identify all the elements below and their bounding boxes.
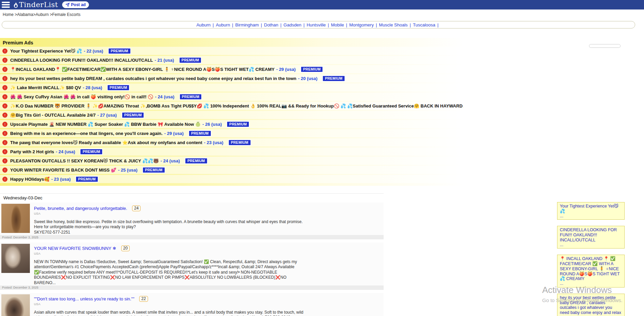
premium-ad-title-link[interactable]: CINDERELLA LOOKING FOR FUN!!! OAKLAND!!!… — [10, 58, 153, 63]
city-link-gadsden[interactable]: Gadsden — [283, 22, 301, 27]
sidebar-ad-box[interactable]: 📍 INCALL OAKLAND 📍 ✅ FACETIME/CAR ✅ WITH… — [557, 255, 625, 288]
premium-ad-title-link[interactable]: 🤗Big Tits Girl - OUTCALL Available 24/7 — [10, 113, 96, 118]
bump-up-icon: ↑ — [2, 131, 7, 136]
floating-scrollbar[interactable] — [589, 44, 621, 48]
sidebar-ad-box[interactable]: hey its your best wettes petite baby DRE… — [557, 294, 625, 316]
brand-name: TinderList — [19, 1, 58, 9]
premium-ad-title-link[interactable]: YOUR WINTER FAVORITE IS BACK DONT MISS 💕 — [10, 167, 116, 173]
city-link-birmingham[interactable]: Birmingham — [235, 22, 259, 27]
premium-ads-heading: Premium Ads — [0, 38, 463, 47]
premium-badge: PREMIUM — [228, 139, 251, 146]
bump-up-icon: ↑ — [2, 167, 7, 173]
post-ad-button[interactable]: Post ad — [62, 1, 89, 8]
listing-title-link[interactable]: YOUR NEW FAVORITE SNOWBUNNY ❄ — [34, 246, 116, 251]
premium-ad-meta: - 22 (usa) — [84, 48, 103, 54]
premium-ads-section: Premium Ads ↑Your Tightest Experience Ye… — [0, 38, 463, 186]
flame-icon — [13, 2, 18, 8]
bump-up-icon: ↑ — [2, 140, 7, 145]
premium-badge: PREMIUM — [142, 167, 165, 173]
premium-ad-row: ↑CINDERELLA LOOKING FOR FUN!!! OAKLAND!!… — [0, 56, 463, 64]
listing-country: USA — [34, 212, 384, 215]
premium-ad-row: ↑Happy HOlidays🥰- 23 (usa)PREMIUM — [0, 175, 463, 183]
premium-badge: PREMIUM — [185, 158, 208, 164]
premium-ad-title-link[interactable]: ✨ Lake Merritt INCALL✨ $80 QV — [10, 85, 81, 90]
bump-up-icon: ↑ — [2, 85, 7, 90]
top-navbar: TinderList Post ad — [0, 0, 644, 9]
premium-ad-row: ↑📍INCALL OAKLAND📍 ✅FACETIME/CAR✅WITH A S… — [0, 65, 463, 73]
city-links-bar: Auburn| Auburn| Birmingham| Dothan| Gads… — [2, 21, 635, 28]
premium-badge: PREMIUM — [179, 57, 202, 63]
premium-ad-meta: - 25 (usa) — [118, 167, 137, 173]
hamburger-menu-icon[interactable] — [2, 2, 10, 8]
premium-ad-title-link[interactable]: Your Tightest Experience Yet😼 💦 — [10, 48, 82, 54]
premium-ad-meta: - 21 (usa) — [155, 58, 174, 63]
listing-country: USA — [34, 252, 384, 255]
sidebar-ad-title[interactable]: CINDERELLA LOOKING FOR FUN!!! OAKLAND!!!… — [560, 228, 622, 242]
premium-ad-title-link[interactable]: hey its your best wettes petite baby DRE… — [10, 76, 296, 81]
bump-up-icon: ↑ — [2, 94, 7, 99]
sidebar-ad-box[interactable]: CINDERELLA LOOKING FOR FUN!!! OAKLAND!!!… — [557, 226, 625, 249]
premium-ad-row: ↑✨K.O Daa NUMBER 🐯 PROVIDER 🧍 ✨💋AMAZING … — [0, 102, 463, 110]
premium-ad-row: ↑Your Tightest Experience Yet😼 💦- 22 (us… — [0, 47, 463, 55]
city-link-montgomery[interactable]: Montgomery — [349, 22, 374, 27]
listing-row: YOUR NEW FAVORITE SNOWBUNNY ❄ 20 USA NEW… — [0, 242, 384, 290]
premium-badge: PREMIUM — [107, 84, 130, 91]
listing-footer: Posted: December 3, 2025 — [0, 235, 384, 239]
listing-thumbnail[interactable] — [1, 294, 30, 316]
bump-up-icon: ↑ — [2, 177, 7, 182]
premium-badge: PREMIUM — [226, 121, 250, 127]
premium-ad-title-link[interactable]: The pawg that everyone loves😼 Ready and … — [10, 140, 202, 145]
city-link-auburn-1[interactable]: Auburn — [196, 22, 210, 27]
sidebar-ad-more: ... — [560, 214, 622, 219]
listing-title-link[interactable]: Petite, brunette, and dangerously unforg… — [34, 206, 127, 211]
city-link-muscle-shoals[interactable]: Muscle Shoals — [379, 22, 408, 27]
city-link-huntsville[interactable]: Huntsville — [307, 22, 326, 27]
premium-badge: PREMIUM — [122, 112, 145, 118]
listing-description: Asian allure with curves that speak loud… — [34, 310, 306, 316]
sidebar-ad-more: ... — [560, 281, 622, 286]
brand-logo[interactable]: TinderList — [13, 1, 58, 9]
posted-date: Posted: December 3, 2025 — [0, 236, 38, 239]
city-link-mobile[interactable]: Mobile — [331, 22, 344, 27]
bump-up-icon: ↑ — [2, 67, 7, 72]
premium-ad-title-link[interactable]: Upscale Playmate 🌋 NEW NUMBER 💦 Super So… — [10, 122, 201, 127]
city-link-auburn-2[interactable]: Auburn — [216, 22, 230, 27]
premium-ad-title-link[interactable]: ✨K.O Daa NUMBER 🐯 PROVIDER 🧍 ✨💋AMAZING T… — [10, 103, 463, 108]
premium-ad-row: ↑YOUR WINTER FAVORITE IS BACK DONT MISS … — [0, 166, 463, 174]
premium-ad-row: ↑🌺 🌺 Sexy CuRvy Asian 🌺 🌺 in call 🍑 visi… — [0, 93, 463, 101]
bump-up-icon: ↑ — [2, 122, 7, 127]
sidebar-ad-title[interactable]: Your Tightest Experience Yet😼 💦 — [560, 204, 622, 214]
sidebar-ad-title[interactable]: hey its your best wettes petite baby DRE… — [560, 295, 622, 316]
paper-plane-icon — [66, 3, 70, 7]
premium-badge: PREMIUM — [108, 48, 131, 54]
premium-badge: PREMIUM — [322, 75, 345, 82]
page: TinderList Post ad Home >Alabama>Auburn … — [0, 0, 644, 316]
listing-thumbnail[interactable] — [1, 204, 30, 233]
premium-ad-title-link[interactable]: Party with 2 Hot girls — [10, 149, 54, 154]
sidebar-ad-box[interactable]: Your Tightest Experience Yet😼 💦 ... — [557, 202, 625, 220]
bump-up-icon: ↑ — [2, 48, 7, 54]
sidebar-ad-title[interactable]: 📍 INCALL OAKLAND 📍 ✅ FACETIME/CAR ✅ WITH… — [560, 256, 622, 281]
bump-up-icon: ↑ — [2, 158, 7, 163]
age-badge: 24 — [132, 205, 141, 211]
premium-ad-meta: - 28 (usa) — [83, 85, 102, 90]
listing-thumbnail[interactable] — [1, 244, 30, 273]
city-link-tuscaloosa[interactable]: Tuscaloosa — [413, 22, 435, 27]
premium-ad-title-link[interactable]: PLEASANTON OUTCALLS !! SEXY KOREAN😻 THIC… — [10, 158, 159, 163]
premium-ad-title-link[interactable]: 📍INCALL OAKLAND📍 ✅FACETIME/CAR✅WITH A SE… — [10, 67, 275, 72]
premium-ad-meta: - 29 (usa) — [164, 131, 184, 136]
age-badge: 20 — [121, 245, 130, 251]
bump-up-icon: ↑ — [2, 103, 7, 108]
bump-up-icon: ↑ — [2, 113, 7, 118]
premium-ad-meta: - 23 (usa) — [204, 140, 223, 145]
premium-ad-title-link[interactable]: Being with me is an experience—one that … — [10, 131, 163, 136]
city-link-dothan[interactable]: Dothan — [264, 22, 278, 27]
premium-ad-meta: - 24 (usa) — [155, 94, 174, 99]
premium-ad-title-link[interactable]: Happy HOlidays🥰 — [10, 177, 50, 182]
premium-badge: PREMIUM — [80, 149, 103, 155]
listing-title-link[interactable]: ""Don't stare too long... unless you're … — [34, 296, 134, 301]
premium-ad-title-link[interactable]: 🌺 🌺 Sexy CuRvy Asian 🌺 🌺 in call 🍑 visit… — [10, 94, 153, 99]
premium-ad-meta: - 26 (usa) — [202, 122, 222, 127]
breadcrumb[interactable]: Home >Alabama>Auburn >Female Escorts — [3, 12, 80, 17]
premium-ad-meta: - 29 (usa) — [276, 67, 296, 72]
